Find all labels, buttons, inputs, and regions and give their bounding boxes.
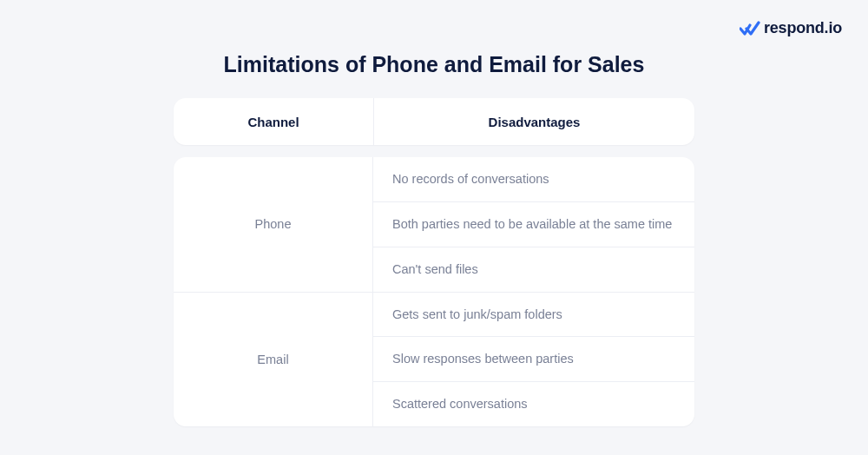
list-item: Scattered conversations — [373, 381, 694, 426]
page-title: Limitations of Phone and Email for Sales — [224, 52, 645, 77]
brand-logo: respond.io — [740, 19, 842, 37]
table-row: Email Gets sent to junk/spam folders Slo… — [174, 292, 694, 427]
list-item: No records of conversations — [373, 157, 694, 201]
brand-check-icon — [740, 21, 760, 36]
channel-label: Email — [174, 293, 373, 427]
header-channel: Channel — [174, 98, 373, 145]
brand-name: respond.io — [764, 19, 842, 37]
list-item: Gets sent to junk/spam folders — [373, 293, 694, 337]
channel-label: Phone — [174, 157, 373, 292]
table-header-row: Channel Disadvantages — [174, 98, 694, 145]
limitations-table: Channel Disadvantages Phone No records o… — [174, 98, 694, 426]
header-disadvantages: Disadvantages — [373, 98, 694, 145]
table-row: Phone No records of conversations Both p… — [174, 157, 694, 292]
table-body: Phone No records of conversations Both p… — [174, 157, 694, 426]
list-item: Can't send files — [373, 247, 694, 292]
list-item: Both parties need to be available at the… — [373, 201, 694, 247]
list-item: Slow responses between parties — [373, 336, 694, 381]
